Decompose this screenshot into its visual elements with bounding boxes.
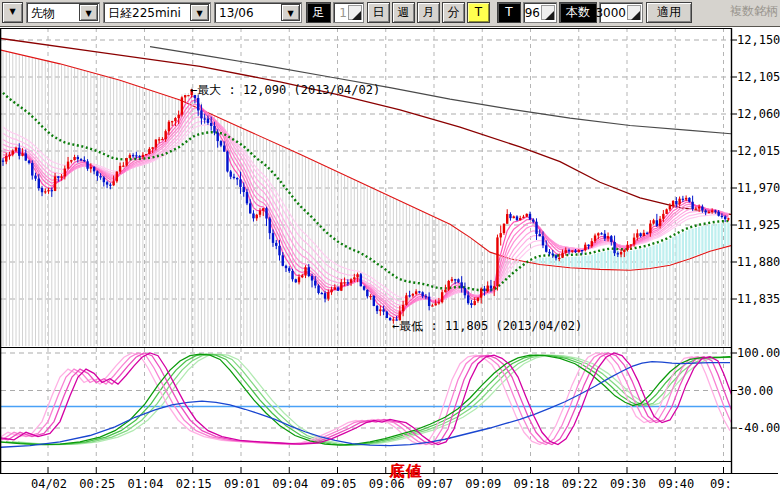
price-axis-label: 12,105 <box>737 70 780 84</box>
session-low-annotation: ←最低 : 11,805 (2013/04/02) <box>392 318 582 335</box>
period-week-button[interactable]: 週 <box>392 2 415 23</box>
time-axis-label: 09:09 <box>463 477 503 491</box>
tick-count-value: 96 <box>525 4 540 23</box>
price-axis-label: 11,925 <box>737 218 780 232</box>
period-month-button[interactable]: 月 <box>417 2 440 23</box>
price-axis-label: 11,970 <box>737 181 780 195</box>
time-axis-label: 09:18 <box>512 477 552 491</box>
bottom-price-annotation: 底値 <box>389 462 423 481</box>
spin-handle-icon[interactable] <box>352 11 361 20</box>
mini-dropdown-button[interactable]: ▼ <box>2 2 23 23</box>
symbol-name-value: 日経225mini <box>108 4 190 23</box>
symbol-category-value: 先物 <box>31 4 79 23</box>
spin-handle-icon[interactable] <box>545 11 554 20</box>
symbol-name-select[interactable]: 日経225mini ▼ <box>103 2 211 23</box>
chevron-down-icon[interactable]: ▼ <box>190 4 209 21</box>
time-axis-label: 09:04 <box>270 477 310 491</box>
chart-application-window: ▼ 先物 ▼ 日経225mini ▼ 13/06 ▼ 足 1 日 週 月 分 T… <box>0 0 780 500</box>
symbol-category-select[interactable]: 先物 ▼ <box>26 2 100 23</box>
time-axis-label: 01:04 <box>126 477 166 491</box>
price-axis-label: 12,150 <box>737 33 780 47</box>
period-minute-button[interactable]: 分 <box>442 2 465 23</box>
tick-count-label[interactable]: T <box>497 2 521 23</box>
oscillator-axis-label: 30.00 <box>737 384 773 398</box>
price-axis-label: 12,015 <box>737 144 780 158</box>
chevron-down-icon[interactable]: ▼ <box>79 4 98 21</box>
contract-month-select[interactable]: 13/06 ▼ <box>214 2 302 23</box>
bar-count-label[interactable]: 本数 <box>559 2 597 23</box>
tick-count-spinner[interactable]: 96 <box>523 2 557 23</box>
oscillator-axis-label: 100.00 <box>737 346 780 360</box>
contract-month-value: 13/06 <box>219 4 281 23</box>
multi-symbol-button: 複数銘柄 <box>706 2 778 23</box>
time-axis-label: 00:25 <box>77 477 117 491</box>
price-axis-label: 12,060 <box>737 107 780 121</box>
spin-handle-icon[interactable] <box>631 11 640 20</box>
time-axis-label: 09:05 <box>319 477 359 491</box>
time-axis-label: 09:22 <box>560 477 600 491</box>
price-axis-label: 11,835 <box>737 292 780 306</box>
period-tick-button[interactable]: T <box>467 2 490 23</box>
time-axis-label: 09:40 <box>656 477 696 491</box>
apply-button[interactable]: 適用 <box>646 2 692 23</box>
price-axis-label: 11,880 <box>737 255 780 269</box>
period-day-button[interactable]: 日 <box>367 2 390 23</box>
chevron-down-icon[interactable]: ▼ <box>281 4 300 21</box>
time-axis-label: 02:15 <box>174 477 214 491</box>
bar-interval-spinner[interactable]: 1 <box>333 2 364 23</box>
time-axis-label: 09:01 <box>222 477 262 491</box>
time-axis-labels: 04/0200:2501:0402:1509:0109:0409:0509:06… <box>0 0 731 500</box>
time-axis-label: 09:4 <box>705 477 732 491</box>
bar-count-value: 3000 <box>595 4 626 23</box>
time-axis-label: 04/02 <box>29 477 69 491</box>
bar-interval-value: 1 <box>339 4 347 23</box>
session-high-annotation: ←最大 : 12,090 (2013/04/02) <box>190 82 380 99</box>
oscillator-axis-label: -40.00 <box>737 421 780 435</box>
bar-count-spinner[interactable]: 3000 <box>599 2 643 23</box>
time-axis-label: 09:30 <box>608 477 648 491</box>
toolbar: ▼ 先物 ▼ 日経225mini ▼ 13/06 ▼ 足 1 日 週 月 分 T… <box>0 0 780 27</box>
bar-type-button[interactable]: 足 <box>306 2 331 23</box>
